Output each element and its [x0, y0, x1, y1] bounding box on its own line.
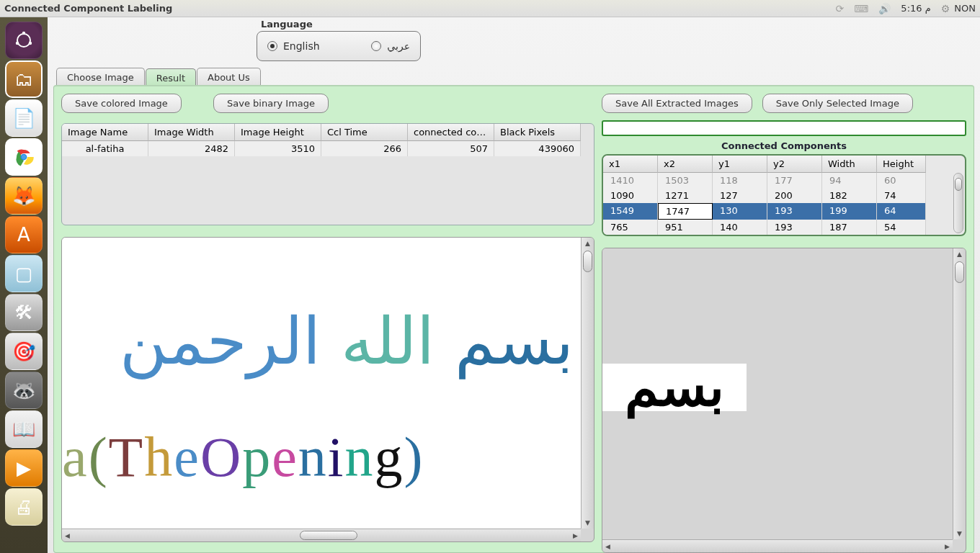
col-ccl-time[interactable]: Ccl Time: [321, 124, 408, 141]
latin-glyph: n: [298, 425, 328, 490]
viewer-scrollbar-horizontal[interactable]: ◀▶: [62, 529, 581, 541]
launcher-chrome[interactable]: [5, 138, 43, 176]
launcher-scanner[interactable]: 🖨: [5, 488, 43, 526]
language-label: Language: [257, 17, 421, 31]
connected-components-table: x1 x2 y1 y2 Width Height 141015031181779…: [602, 154, 966, 236]
col-x2[interactable]: x2: [658, 156, 713, 173]
latin-glyph: h: [144, 425, 174, 490]
launcher-settings[interactable]: 🛠: [5, 294, 43, 331]
sync-icon: ⟳: [835, 3, 844, 14]
col-image-width[interactable]: Image Width: [148, 124, 235, 141]
col-image-height[interactable]: Image Height: [235, 124, 321, 141]
latin-glyph: T: [109, 425, 145, 490]
window-title: Connected Component Labeling: [4, 3, 172, 14]
table-row[interactable]: al-fatiha 2482 3510 266 507 439060: [62, 141, 594, 156]
tab-about[interactable]: About Us: [197, 68, 261, 86]
launcher-dash[interactable]: [5, 22, 43, 59]
menubar: Connected Component Labeling ⟳ ⌨ 🔊 5:16 …: [0, 0, 980, 17]
component-preview-viewer: بسم ▲▼ ◀▶: [602, 248, 966, 553]
connected-components-title: Connected Components: [602, 140, 966, 151]
col-height[interactable]: Height: [877, 156, 926, 173]
launcher-virtualbox[interactable]: ▢: [5, 255, 43, 292]
launcher-gimp[interactable]: 🦝: [5, 372, 43, 409]
volume-icon: 🔊: [878, 3, 891, 14]
launcher-files[interactable]: 🗂: [5, 60, 43, 98]
language-panel: Language English عربي: [257, 17, 421, 61]
col-y2[interactable]: y2: [767, 156, 822, 173]
launcher-firefox[interactable]: 🦊: [5, 177, 43, 215]
preview-scrollbar-horizontal[interactable]: ◀▶: [602, 539, 953, 552]
cc-table-row[interactable]: 141015031181779460: [603, 173, 965, 188]
launcher-writer[interactable]: 📄: [5, 99, 43, 137]
table-header: Image Name Image Width Image Height Ccl …: [62, 124, 594, 141]
latin-glyph: n: [345, 425, 375, 490]
extracted-component-image: بسم: [602, 364, 747, 411]
left-pane: Save colored Image Save binary Image Ima…: [61, 94, 594, 542]
launcher-software[interactable]: A: [5, 216, 43, 253]
save-binary-button[interactable]: Save binary Image: [213, 94, 329, 113]
cc-table-scrollbar[interactable]: [953, 173, 963, 233]
latin-glyph: (: [89, 425, 109, 490]
latin-glyph: O: [200, 425, 242, 490]
save-selected-button[interactable]: Save Only Selected Image: [762, 94, 913, 113]
component-search-input[interactable]: [602, 120, 966, 136]
workspace: Language English عربي Choose Image Resul…: [48, 17, 980, 553]
col-y1[interactable]: y1: [713, 156, 767, 173]
clock: 5:16 م: [901, 3, 930, 14]
keyboard-icon: ⌨: [854, 3, 868, 14]
tabs: Choose Image Result About Us: [56, 68, 262, 86]
latin-glyph: p: [242, 425, 272, 490]
preview-scrollbar-vertical[interactable]: ▲▼: [953, 248, 966, 539]
latin-glyph: ): [404, 425, 424, 490]
content-panel: Save colored Image Save binary Image Ima…: [53, 85, 974, 553]
svg-point-6: [22, 155, 26, 159]
col-width[interactable]: Width: [822, 156, 877, 173]
launcher-scope[interactable]: 🎯: [5, 333, 43, 370]
latin-glyph: e: [174, 425, 200, 490]
gear-icon: ⚙: [941, 3, 950, 14]
arabic-word: الله: [341, 310, 435, 374]
right-pane: Save All Extracted Images Save Only Sele…: [602, 94, 966, 553]
radio-arabic[interactable]: عربي: [371, 40, 410, 52]
col-x1[interactable]: x1: [603, 156, 658, 173]
image-info-table: Image Name Image Width Image Height Ccl …: [61, 123, 594, 225]
launcher-reader[interactable]: 📖: [5, 410, 43, 448]
svg-point-1: [22, 32, 25, 35]
language-box: English عربي: [257, 31, 421, 61]
tab-choose-image[interactable]: Choose Image: [56, 68, 145, 86]
cc-table-row[interactable]: 1549174713019319964: [603, 203, 965, 220]
cc-table-row[interactable]: 1090127112720018274: [603, 188, 965, 203]
arabic-word: الرحمن: [120, 310, 321, 374]
col-image-name[interactable]: Image Name: [62, 124, 148, 141]
latin-glyph: g: [375, 425, 404, 490]
col-connected-components[interactable]: connected com...: [408, 124, 494, 141]
viewer-scrollbar-vertical[interactable]: ▲▼: [581, 238, 594, 529]
latin-glyph: a: [62, 425, 89, 490]
colored-image-canvas[interactable]: بسماللهالرحمن a (The Opening): [62, 238, 581, 529]
launcher-vlc[interactable]: ▶: [5, 449, 43, 487]
svg-point-3: [16, 42, 19, 45]
latin-glyph: e: [272, 425, 298, 490]
svg-point-0: [17, 34, 30, 47]
radio-english[interactable]: English: [267, 40, 320, 52]
arabic-word: بسم: [455, 310, 574, 374]
latin-glyph: i: [328, 425, 345, 490]
save-all-button[interactable]: Save All Extracted Images: [602, 94, 752, 113]
cc-table-row[interactable]: 76595114019318754: [603, 220, 965, 235]
cc-table-header: x1 x2 y1 y2 Width Height: [603, 156, 965, 173]
user-menu[interactable]: ⚙ NON: [941, 3, 976, 14]
system-tray: ⟳ ⌨ 🔊 5:16 م ⚙ NON: [835, 3, 976, 14]
svg-point-2: [29, 42, 32, 45]
save-colored-button[interactable]: Save colored Image: [61, 94, 182, 113]
colored-image-viewer: بسماللهالرحمن a (The Opening) ▲▼ ◀▶: [61, 237, 594, 542]
col-black-pixels[interactable]: Black Pixels: [494, 124, 581, 141]
component-preview-canvas[interactable]: بسم: [602, 248, 953, 539]
launcher: 🗂 📄 🦊 A ▢ 🛠 🎯 🦝 📖 ▶ 🖨: [0, 17, 48, 553]
